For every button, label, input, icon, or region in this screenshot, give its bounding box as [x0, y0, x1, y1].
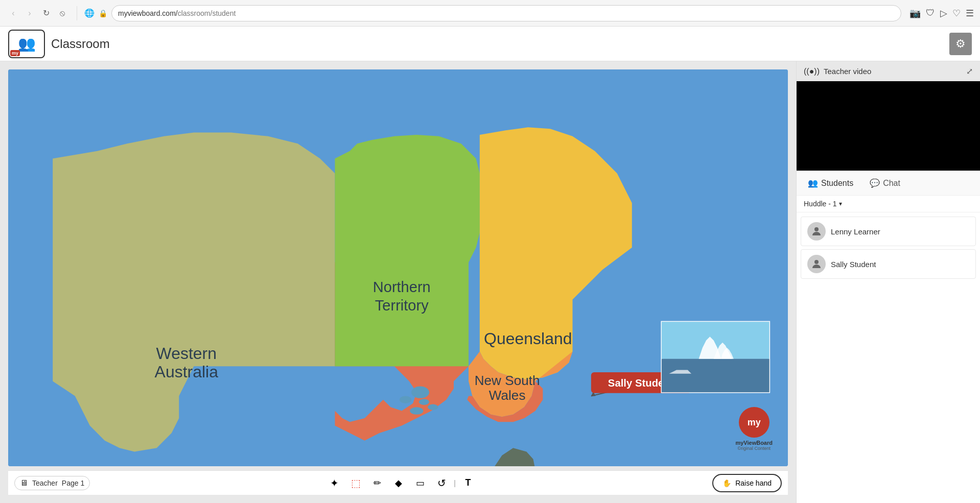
favicon: 🌐 [84, 8, 95, 18]
app-header: 👥 my Classroom ⚙ [0, 27, 980, 61]
canvas-area: Western Australia Northern Territory Que… [0, 61, 796, 503]
grid-button[interactable]: ⦸ [55, 6, 69, 20]
teacher-video-label: Teacher video [824, 67, 871, 76]
students-icon: 👥 [808, 178, 818, 188]
bottom-toolbar: 🖥 Teacher Page 1 ✦ ⬚ ✏ ◆ ▭ ↺ | T ✋ Raise… [8, 470, 788, 495]
whiteboard[interactable]: Western Australia Northern Territory Que… [8, 69, 788, 466]
forward-button[interactable]: › [22, 6, 37, 20]
heart-button[interactable]: ♡ [952, 8, 961, 19]
raise-hand-label: Raise hand [735, 479, 772, 487]
chat-tab-label: Chat [883, 179, 900, 188]
tools-center: ✦ ⬚ ✏ ◆ ▭ ↺ | T [94, 474, 708, 492]
video-icon: ((●)) [804, 67, 820, 76]
cursor-indicator: | [454, 479, 456, 487]
qld-label: Queensland [484, 329, 572, 348]
settings-button[interactable]: ⚙ [949, 33, 972, 55]
tab-students[interactable]: 👥 Students [804, 176, 857, 190]
tab-chat[interactable]: 💬 Chat [866, 176, 904, 190]
select-tool[interactable]: ⬚ [346, 474, 365, 492]
student-name-sally: Sally Student [831, 260, 876, 269]
app-logo: 👥 my [8, 30, 45, 58]
address-bar[interactable]: myviewboard.com/classroom/student [111, 5, 901, 21]
nav-buttons: ‹ › ↻ ⦸ [6, 6, 69, 20]
nt-shape [335, 135, 479, 366]
play-button[interactable]: ▷ [940, 8, 947, 19]
reload-button[interactable]: ↻ [39, 6, 53, 20]
island3 [419, 399, 429, 405]
island4 [410, 407, 423, 415]
student-item-sally[interactable]: Sally Student [801, 249, 976, 279]
student-name-lenny: Lenny Learner [831, 227, 880, 236]
nt-label: Northern [373, 279, 431, 295]
video-screen [797, 81, 980, 171]
page-teacher-icon: 🖥 [20, 478, 28, 488]
rotate-tool[interactable]: ↺ [432, 474, 451, 492]
transform-tool[interactable]: ✦ [325, 474, 343, 492]
browser-actions: 📷 🛡 ▷ ♡ ☰ [909, 8, 974, 19]
chat-icon: 💬 [870, 178, 880, 188]
teacher-video-header: ((●)) Teacher video ⤢ [797, 61, 980, 81]
shapes-tool[interactable]: ▭ [411, 474, 429, 492]
menu-button[interactable]: ☰ [966, 8, 974, 19]
opera-water [662, 359, 769, 392]
logo-icon: 👥 [18, 35, 36, 52]
mvb-name: myViewBoard [735, 440, 773, 446]
wa-label2: Australia [155, 363, 219, 381]
chevron-down-icon: ▾ [839, 200, 842, 207]
svg-point-1 [814, 227, 819, 231]
nsw-label: New South [475, 373, 540, 388]
students-tab-label: Students [821, 179, 853, 188]
pen-tool[interactable]: ✏ [368, 474, 386, 492]
nsw-label2: Wales [489, 388, 526, 403]
text-tool[interactable]: T [459, 474, 477, 492]
screenshot-button[interactable]: 📷 [909, 8, 921, 19]
page-info: 🖥 Teacher Page 1 [14, 476, 90, 490]
island2 [400, 396, 411, 403]
panel-tabs: 👥 Students 💬 Chat [797, 171, 980, 196]
wa-label: Western [156, 344, 217, 363]
main-layout: Western Australia Northern Territory Que… [0, 61, 980, 503]
huddle-label: Huddle - 1 [804, 200, 837, 208]
students-chat-panel: 👥 Students 💬 Chat Huddle - 1 ▾ [797, 171, 980, 503]
browser-chrome: ‹ › ↻ ⦸ 🌐 🔒 myviewboard.com/classroom/st… [0, 0, 980, 27]
app-title: Classroom [51, 37, 943, 51]
nt-label2: Territory [375, 297, 429, 314]
student-avatar-sally [807, 255, 826, 273]
huddle-selector: Huddle - 1 ▾ [797, 196, 980, 212]
raise-hand-icon: ✋ [722, 479, 731, 487]
divider [77, 6, 77, 20]
logo-my-badge: my [10, 50, 20, 56]
expand-video-button[interactable]: ⤢ [966, 66, 973, 76]
mvb-watermark: my myViewBoard ©riginal Content [735, 407, 773, 451]
student-list: Lenny Learner Sally Student [797, 212, 980, 283]
raise-hand-button[interactable]: ✋ Raise hand [712, 474, 782, 492]
huddle-dropdown[interactable]: Huddle - 1 ▾ [804, 200, 842, 208]
mvb-sub: ©riginal Content [735, 446, 773, 451]
page-label: Page 1 [62, 479, 84, 487]
teacher-video-title: ((●)) Teacher video [804, 67, 871, 76]
shield-button[interactable]: 🛡 [926, 8, 935, 18]
url-path: classroom/student [178, 9, 236, 17]
eraser-tool[interactable]: ◆ [389, 474, 408, 492]
mvb-logo: my [739, 407, 769, 438]
kangaroo-island [411, 387, 429, 398]
student-item[interactable]: Lenny Learner [801, 217, 976, 246]
back-button[interactable]: ‹ [6, 6, 20, 20]
australia-map: Western Australia Northern Territory Que… [8, 69, 788, 466]
address-text: myviewboard.com/classroom/student [118, 9, 236, 17]
island5 [428, 404, 438, 410]
lock-icon: 🔒 [99, 9, 107, 17]
teacher-label: Teacher [32, 479, 58, 487]
right-panel: ((●)) Teacher video ⤢ 👥 Students 💬 Chat [796, 61, 980, 503]
teacher-video-section: ((●)) Teacher video ⤢ [797, 61, 980, 171]
student-avatar-lenny [807, 222, 826, 241]
svg-point-2 [814, 260, 819, 264]
url-base: myviewboard.com/ [118, 9, 178, 17]
